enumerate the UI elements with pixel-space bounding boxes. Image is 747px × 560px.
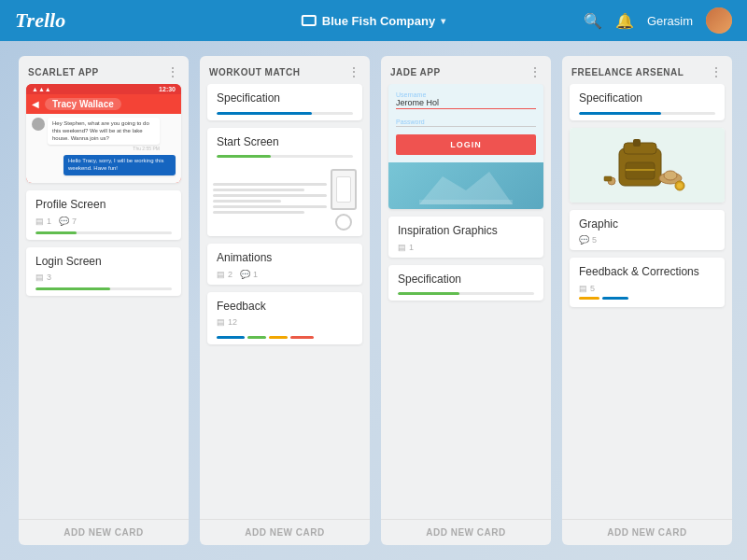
phone-msg-sent: Hello Tracy, sorry, I will be working th… bbox=[32, 155, 176, 175]
card-feedback[interactable]: Feedback ▤ 12 bbox=[207, 292, 362, 345]
checklist-icon6: ▤ bbox=[579, 284, 587, 293]
card-phone-scarlet[interactable]: ▲▲▲ 12:30 ◀ Tracy Wallace Hey Stephen, w… bbox=[26, 84, 181, 183]
card-title-animations: Animations bbox=[217, 251, 353, 266]
card-meta-comments: 💬 7 bbox=[59, 217, 77, 226]
card-meta-inspo: ▤ 1 bbox=[398, 243, 534, 252]
comment-icon3: 💬 bbox=[240, 270, 250, 279]
card-spec-jade-content: Specification bbox=[388, 265, 543, 301]
progress-bar bbox=[35, 231, 77, 234]
card-progress-profile bbox=[35, 231, 172, 234]
username-label: Gerasim bbox=[647, 14, 693, 28]
wire-line bbox=[213, 194, 327, 197]
checklist-icon: ▤ bbox=[35, 217, 44, 226]
card-meta-animations: ▤ 2 💬 1 bbox=[217, 270, 353, 279]
wireframe-phone-icon bbox=[331, 169, 357, 210]
list-menu-icon-workout[interactable]: ⋮ bbox=[347, 65, 360, 78]
wire-line bbox=[213, 200, 281, 203]
jade-landscape-svg bbox=[419, 167, 513, 204]
svg-rect-5 bbox=[626, 162, 655, 179]
jade-password-row: Password bbox=[388, 115, 543, 129]
card-meta-check-inspo: ▤ 1 bbox=[398, 243, 414, 252]
card-spec-freelance[interactable]: Specification bbox=[570, 84, 725, 120]
card-meta-comment-graphic: 💬 5 bbox=[579, 235, 597, 245]
header-actions: 🔍 🔔 Gerasim bbox=[584, 7, 732, 34]
card-login-ui-jade[interactable]: Username Jerome Hol Password LOGIN bbox=[388, 84, 543, 209]
bar-yellow bbox=[269, 336, 288, 339]
jade-password-label: Password bbox=[396, 119, 536, 125]
phone-status-bar: ▲▲▲ 12:30 bbox=[26, 84, 181, 94]
list-cards-workout: Specification Start Screen bbox=[200, 84, 370, 511]
card-inspiration-graphics[interactable]: Inspiration Graphics ▤ 1 bbox=[388, 217, 543, 258]
header: Trello Blue Fish Company ▾ 🔍 🔔 Gerasim bbox=[0, 0, 747, 41]
phone-messages: Hey Stephen, what are you going to do th… bbox=[26, 114, 181, 183]
checklist-count: 1 bbox=[47, 217, 51, 226]
list-title-scarlet: SCARLET APP bbox=[28, 67, 99, 77]
phone-contact-name: Tracy Wallace bbox=[45, 98, 121, 110]
list-menu-icon-scarlet[interactable]: ⋮ bbox=[166, 65, 179, 78]
feedback-color-bars bbox=[207, 332, 362, 344]
svg-marker-0 bbox=[419, 172, 513, 204]
jade-username-label: Username bbox=[396, 91, 536, 98]
comment-icon: 💬 bbox=[59, 217, 69, 226]
avatar[interactable] bbox=[706, 7, 732, 34]
card-specification-workout[interactable]: Specification bbox=[207, 84, 362, 120]
list-menu-icon-jade[interactable]: ⋮ bbox=[529, 65, 542, 78]
checklist-count4: 12 bbox=[228, 317, 237, 327]
list-workout-match: WORKOUT MATCH ⋮ Specification Start Scre… bbox=[200, 56, 370, 545]
card-start-screen[interactable]: Start Screen bbox=[207, 128, 362, 237]
jade-login-button[interactable]: LOGIN bbox=[396, 134, 536, 155]
card-title-login: Login Screen bbox=[35, 255, 172, 270]
add-card-button-jade[interactable]: ADD NEW CARD bbox=[381, 519, 551, 545]
bar-blue bbox=[217, 336, 245, 339]
list-title-jade: JADE APP bbox=[390, 67, 441, 77]
phone-contact-avatar bbox=[32, 118, 45, 131]
card-meta-comment-anim: 💬 1 bbox=[240, 270, 258, 279]
card-meta-check-fb: ▤ 12 bbox=[217, 317, 237, 327]
wire-line bbox=[213, 183, 327, 186]
board-selector[interactable]: Blue Fish Company ▾ bbox=[302, 14, 445, 28]
card-progress-spec bbox=[217, 112, 353, 115]
wire-line bbox=[213, 189, 304, 191]
card-title-spec-fl: Specification bbox=[579, 91, 715, 106]
card-progress-spec-fl bbox=[579, 112, 715, 115]
search-icon[interactable]: 🔍 bbox=[584, 12, 602, 30]
jade-username-value: Jerome Hol bbox=[396, 98, 536, 109]
wireframe-phone-screen bbox=[336, 176, 351, 203]
bar-green bbox=[247, 336, 266, 339]
card-feedback-content: Feedback ▤ 12 bbox=[207, 292, 362, 333]
board-icon bbox=[302, 15, 317, 26]
jade-username-row: Username Jerome Hol bbox=[388, 84, 543, 111]
phone-timestamp1: Thu 2:55 PM bbox=[48, 146, 160, 151]
progress-bar-spec bbox=[217, 112, 312, 115]
card-backpack[interactable] bbox=[570, 128, 725, 203]
list-menu-icon-freelance[interactable]: ⋮ bbox=[710, 65, 723, 78]
card-animations[interactable]: Animations ▤ 2 💬 1 bbox=[207, 244, 362, 285]
phone-time: 12:30 bbox=[159, 86, 176, 92]
card-spec-content: Specification bbox=[207, 84, 362, 120]
list-header-scarlet: SCARLET APP ⋮ bbox=[19, 56, 189, 84]
checklist-icon2: ▤ bbox=[35, 273, 44, 282]
card-feedback-corrections[interactable]: Feedback & Corrections ▤ 5 bbox=[570, 258, 725, 307]
svg-rect-12 bbox=[604, 176, 612, 181]
card-title-spec-jade: Specification bbox=[398, 273, 534, 287]
card-graphic[interactable]: Graphic 💬 5 bbox=[570, 210, 725, 251]
progress-bar-start bbox=[217, 155, 271, 158]
add-card-button-scarlet[interactable]: ADD NEW CARD bbox=[19, 519, 189, 545]
card-profile-screen[interactable]: Profile Screen ▤ 1 💬 7 bbox=[26, 190, 181, 240]
card-profile-content: Profile Screen ▤ 1 💬 7 bbox=[26, 190, 181, 240]
add-card-button-freelance[interactable]: ADD NEW CARD bbox=[562, 519, 732, 545]
card-title-feedback: Feedback bbox=[217, 300, 353, 315]
notification-icon[interactable]: 🔔 bbox=[615, 12, 634, 30]
bar-blue2 bbox=[602, 297, 628, 300]
add-card-button-workout[interactable]: ADD NEW CARD bbox=[200, 519, 370, 545]
card-spec-jade[interactable]: Specification bbox=[388, 265, 543, 301]
board-chevron-icon: ▾ bbox=[441, 16, 445, 26]
board-area: SCARLET APP ⋮ ▲▲▲ 12:30 ◀ Tracy Wallace bbox=[0, 41, 747, 560]
wire-line bbox=[213, 211, 304, 214]
card-progress-spec-jade bbox=[398, 292, 534, 295]
jade-image-area bbox=[388, 162, 543, 209]
phone-msg-received: Hey Stephen, what are you going to do th… bbox=[32, 118, 176, 151]
list-scarlet-app: SCARLET APP ⋮ ▲▲▲ 12:30 ◀ Tracy Wallace bbox=[19, 56, 189, 545]
list-cards-freelance: Specification bbox=[562, 84, 732, 511]
card-login-screen[interactable]: Login Screen ▤ 3 bbox=[26, 247, 181, 297]
